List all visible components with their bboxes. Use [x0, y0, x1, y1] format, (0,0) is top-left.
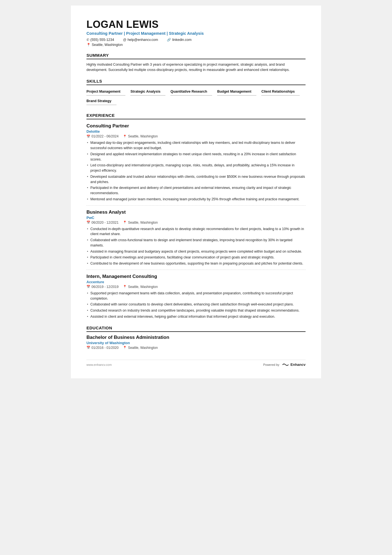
job-location: 📍 Seattle, Washington — [123, 285, 158, 289]
experience-title: EXPERIENCE — [86, 113, 306, 119]
email-item: @ help@enhancv.com — [123, 38, 158, 42]
header: LOGAN LEWIS Consulting Partner | Project… — [86, 19, 306, 47]
edu-entry: Bachelor of Business AdministrationUnive… — [86, 335, 306, 350]
bullet-item: Collaborated with cross-functional teams… — [86, 238, 306, 248]
education-list: Bachelor of Business AdministrationUnive… — [86, 335, 306, 350]
calendar-icon: 📅 — [86, 285, 90, 288]
phone-item: ✆ (555) 555-1234 — [86, 38, 114, 42]
enhancv-logo: Enhancv — [282, 362, 306, 367]
skill-item: Project Management — [86, 88, 125, 96]
edu-meta: 📅 01/2016 - 01/2020 📍 Seattle, Washingto… — [86, 346, 306, 350]
summary-section: SUMMARY Highly motivated Consulting Part… — [86, 53, 306, 73]
skills-grid: Project ManagementStrategic AnalysisQuan… — [86, 88, 306, 107]
location-item: 📍 Seattle, Washington — [86, 43, 123, 47]
pin-icon: 📍 — [123, 135, 127, 138]
bullet-item: Participated in client meetings and pres… — [86, 255, 306, 260]
linkedin-text: linkedin.com — [172, 38, 191, 42]
skills-title: SKILLS — [86, 79, 306, 85]
bullet-item: Mentored and managed junior team members… — [86, 197, 306, 202]
exp-divider — [86, 270, 306, 270]
bullet-item: Participated in the development and deli… — [86, 185, 306, 196]
edu-school: University of Washington — [86, 341, 306, 345]
edu-degree: Bachelor of Business Administration — [86, 335, 306, 340]
job-location: 📍 Seattle, Washington — [123, 221, 158, 225]
job-bullets: Managed day-to-day project engagements, … — [86, 140, 306, 202]
job-title: Business Analyst — [86, 209, 306, 215]
location-text: Seattle, Washington — [92, 43, 123, 47]
candidate-title: Consulting Partner | Project Management … — [86, 31, 306, 36]
footer-website: www.enhancv.com — [86, 363, 112, 366]
bullet-item: Developed sustainable and trusted adviso… — [86, 174, 306, 185]
location-icon: 📍 — [86, 43, 91, 47]
job-dates: 📅 06/2020 - 12/2021 — [86, 221, 118, 225]
bullet-item: Conducted in-depth quantitative research… — [86, 226, 306, 237]
linkedin-item: 🔗 linkedin.com — [167, 38, 191, 42]
bullet-item: Contributed to the development of new bu… — [86, 261, 306, 266]
bullet-item: Assisted in managing financial and budge… — [86, 249, 306, 254]
job-bullets: Supported project management teams with … — [86, 291, 306, 319]
pin-icon: 📍 — [123, 346, 127, 349]
enhancv-logo-mark — [282, 362, 289, 367]
summary-title: SUMMARY — [86, 53, 306, 59]
education-title: EDUCATION — [86, 325, 306, 332]
experience-list: Consulting PartnerDeloitte 📅 01/2022 - 0… — [86, 123, 306, 319]
summary-text: Highly motivated Consulting Partner with… — [86, 62, 306, 73]
bullet-item: Led cross-disciplinary and international… — [86, 163, 306, 173]
footer: www.enhancv.com Powered by Enhancv — [86, 360, 306, 367]
job-dates: 📅 01/2022 - 06/2024 — [86, 134, 118, 138]
job-company: Deloitte — [86, 129, 306, 134]
exp-divider — [86, 205, 306, 206]
phone-text: (555) 555-1234 — [90, 38, 114, 42]
skill-item: Strategic Analysis — [130, 88, 165, 96]
bullet-item: Designed and applied relevant implementa… — [86, 152, 306, 162]
job-title: Consulting Partner — [86, 123, 306, 129]
pin-icon: 📍 — [123, 221, 127, 224]
calendar-icon: 📅 — [86, 221, 90, 224]
email-icon: @ — [123, 38, 126, 42]
calendar-icon: 📅 — [86, 346, 90, 349]
job-company: Accenture — [86, 280, 306, 284]
contact-row: ✆ (555) 555-1234 @ help@enhancv.com 🔗 li… — [86, 38, 306, 42]
bullet-item: Managed day-to-day project engagements, … — [86, 140, 306, 151]
phone-icon: ✆ — [86, 38, 89, 42]
job-entry: Business AnalystPwC 📅 06/2020 - 12/2021 … — [86, 209, 306, 270]
job-meta: 📅 01/2022 - 06/2024 📍 Seattle, Washingto… — [86, 134, 306, 138]
job-meta: 📅 06/2019 - 12/2019 📍 Seattle, Washingto… — [86, 285, 306, 289]
pin-icon: 📍 — [123, 285, 127, 288]
resume-page: LOGAN LEWIS Consulting Partner | Project… — [71, 6, 321, 378]
job-entry: Intern, Management ConsultingAccenture 📅… — [86, 274, 306, 319]
candidate-name: LOGAN LEWIS — [86, 19, 306, 30]
bullet-item: Supported project management teams with … — [86, 291, 306, 301]
job-company: PwC — [86, 216, 306, 220]
email-text: help@enhancv.com — [128, 38, 158, 42]
link-icon: 🔗 — [167, 38, 171, 42]
skill-item: Brand Strategy — [86, 97, 116, 105]
powered-by-text: Powered by — [263, 363, 279, 366]
job-dates: 📅 06/2019 - 12/2019 — [86, 285, 118, 289]
education-section: EDUCATION Bachelor of Business Administr… — [86, 325, 306, 350]
footer-brand: Powered by Enhancv — [263, 362, 306, 367]
skill-item: Budget Management — [217, 88, 256, 96]
bullet-item: Collaborated with senior consultants to … — [86, 302, 306, 307]
bullet-item: Assisted in client and external intervie… — [86, 314, 306, 319]
enhancv-brand-name: Enhancv — [291, 362, 306, 367]
skills-section: SKILLS Project ManagementStrategic Analy… — [86, 79, 306, 107]
job-title: Intern, Management Consulting — [86, 274, 306, 279]
edu-dates: 📅 01/2016 - 01/2020 — [86, 346, 118, 350]
location-row: 📍 Seattle, Washington — [86, 43, 306, 47]
skill-item: Client Relationships — [261, 88, 300, 96]
job-meta: 📅 06/2020 - 12/2021 📍 Seattle, Washingto… — [86, 221, 306, 225]
skill-item: Quantitative Research — [170, 88, 212, 96]
job-entry: Consulting PartnerDeloitte 📅 01/2022 - 0… — [86, 123, 306, 205]
calendar-icon: 📅 — [86, 135, 90, 138]
experience-section: EXPERIENCE Consulting PartnerDeloitte 📅 … — [86, 113, 306, 319]
job-location: 📍 Seattle, Washington — [123, 134, 158, 138]
job-bullets: Conducted in-depth quantitative research… — [86, 226, 306, 266]
edu-location: 📍 Seattle, Washington — [123, 346, 158, 350]
bullet-item: Conducted research on industry trends an… — [86, 308, 306, 313]
